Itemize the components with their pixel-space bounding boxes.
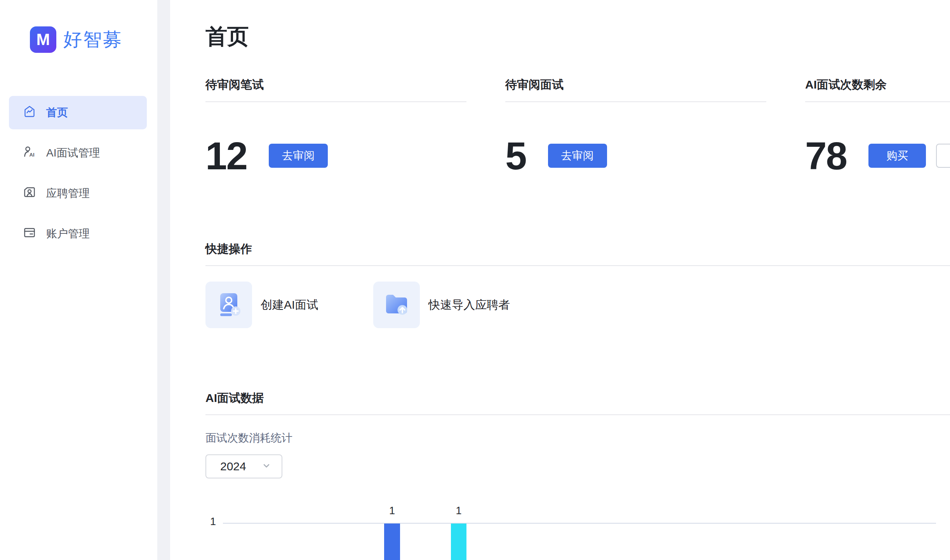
section-divider [205,265,950,266]
sidebar: M 好智募 首页 AI AI面试管理 [0,0,157,560]
bar-value-label: 1 [384,505,400,517]
quick-actions-row: 创建AI面试 [205,282,950,328]
stat-card-pending-interviews: 待审阅面试 5 去审阅 [505,78,766,175]
stat-value: 12 [205,136,247,175]
sidebar-item-account[interactable]: 账户管理 [9,217,147,250]
quick-action-tile [373,282,420,328]
create-interview-icon [215,290,242,319]
home-trend-icon [23,105,36,121]
quick-actions-title: 快捷操作 [205,242,950,256]
brand-logo-icon: M [30,26,56,53]
interview-data-title: AI面试数据 [205,391,950,405]
sidebar-item-label: AI面试管理 [46,146,100,160]
sidebar-item-label: 账户管理 [46,226,90,241]
buy-button[interactable]: 购买 [868,144,926,168]
chart-bar [451,523,466,560]
stat-divider [205,101,466,102]
section-quick-actions: 快捷操作 [205,242,950,328]
quick-action-import-candidates[interactable]: 快速导入应聘者 [373,282,510,328]
stats-row: 待审阅笔试 12 去审阅 待审阅面试 5 去审阅 AI面试次数剩余 78 购买 [205,78,950,175]
stat-divider [505,101,766,102]
stat-title: 待审阅笔试 [205,78,466,92]
year-select-value: 2024 [220,460,246,473]
chevron-down-icon [261,461,271,472]
quick-action-tile [205,282,252,328]
sidebar-item-label: 首页 [46,105,68,120]
stat-title: AI面试次数剩余 [805,78,950,92]
consumption-chart: 1 1 1 [205,503,950,560]
review-written-tests-button[interactable]: 去审阅 [269,144,328,168]
chart-gridline [223,523,936,524]
partial-outline-button[interactable] [936,144,950,168]
account-card-icon [23,226,36,242]
page-title: 首页 [205,24,950,49]
quick-action-label: 快速导入应聘者 [428,297,510,313]
sidebar-item-ai-interview[interactable]: AI AI面试管理 [9,136,147,170]
brand: M 好智募 [30,26,123,53]
stat-title: 待审阅面试 [505,78,766,92]
ai-interview-icon: AI [23,145,36,161]
quick-action-create-interview[interactable]: 创建AI面试 [205,282,318,328]
section-divider [205,414,950,415]
stat-card-ai-interviews-remaining: AI面试次数剩余 78 购买 [805,78,950,175]
chart-subtitle: 面试次数消耗统计 [205,431,950,444]
import-candidates-icon [383,290,410,319]
sidebar-item-applicants[interactable]: 应聘管理 [9,177,147,210]
sidebar-gutter [157,0,170,560]
chart-bar [384,523,400,560]
review-interviews-button[interactable]: 去审阅 [548,144,607,168]
stat-value: 5 [505,136,526,175]
stat-card-pending-written-tests: 待审阅笔试 12 去审阅 [205,78,466,175]
brand-name: 好智募 [63,27,123,52]
stat-value: 78 [805,136,847,175]
sidebar-item-home[interactable]: 首页 [9,96,147,129]
sidebar-nav: 首页 AI AI面试管理 应聘管理 [9,96,147,257]
bar-value-label: 1 [451,505,466,517]
section-interview-data: AI面试数据 面试次数消耗统计 2024 1 1 1 [205,391,950,560]
svg-text:AI: AI [30,152,35,158]
applicant-folder-icon [23,186,36,202]
y-axis-tick: 1 [210,516,216,528]
quick-action-label: 创建AI面试 [261,297,318,313]
sidebar-item-label: 应聘管理 [46,186,90,201]
main-content: 首页 待审阅笔试 12 去审阅 待审阅面试 5 去审阅 AI面试次数剩余 78 … [170,0,950,560]
stat-divider [805,101,950,102]
year-select[interactable]: 2024 [205,454,282,478]
